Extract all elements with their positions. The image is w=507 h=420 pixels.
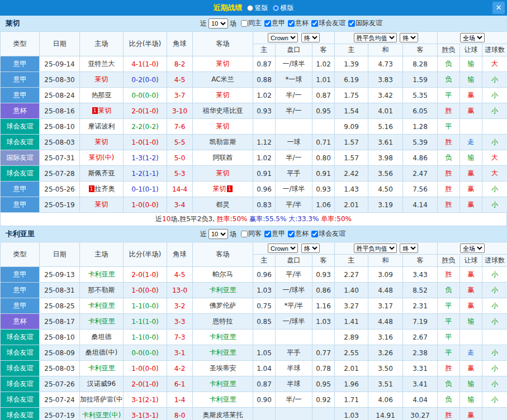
wdl-time-select[interactable]: 终 — [400, 244, 418, 253]
odds-home: 1.41 — [335, 314, 368, 330]
match-type-badge: 意杯 — [1, 103, 40, 119]
result-wdl: 负 — [438, 283, 460, 298]
filter-checkbox[interactable]: 球会友谊 — [311, 229, 345, 238]
scope-select[interactable]: 全场 — [460, 244, 485, 253]
vertical-layout-option[interactable]: 竖版 — [247, 3, 268, 13]
away-team: 凯勒雷斯 — [193, 135, 253, 150]
odds-time-select[interactable]: 终 — [301, 244, 320, 253]
section-header: 莱切 近 10 场 同主意甲意杯球会友谊国际友谊 — [0, 16, 507, 31]
result-goals: 大 — [482, 166, 507, 182]
odds-away: 2.47 — [403, 166, 438, 182]
col-odds-home: 主 — [335, 44, 368, 56]
odds-home: 2.55 — [335, 345, 368, 361]
handicap-line: 半/一 — [276, 392, 312, 408]
corner-score: 3-1 — [167, 345, 193, 361]
filter-checkbox-input[interactable] — [311, 231, 318, 237]
odds-company-select[interactable]: Crown — [268, 33, 298, 42]
col-handicap-away: 客 — [312, 255, 335, 267]
filter-checkbox-input[interactable] — [241, 231, 248, 237]
result-goals: 小 — [482, 361, 507, 376]
odds-home: 2.27 — [335, 267, 368, 283]
odds-away: 5.39 — [403, 135, 438, 150]
odds-time-select[interactable]: 终 — [301, 33, 320, 42]
filter-checkbox[interactable]: 同主 — [241, 18, 262, 28]
home-team: 卡利亚里 — [80, 298, 124, 314]
topbar: 近期战绩 竖版 横版 ✕ — [0, 0, 507, 16]
filter-checkbox[interactable]: 国际友谊 — [348, 18, 382, 28]
handicap-home-odds: 1.05 — [253, 345, 276, 361]
wdl-time-select[interactable]: 终 — [400, 33, 418, 42]
handicap-line: 平手 — [276, 345, 312, 361]
match-row: 意甲25-08-24热那亚0-0(0-0)3-7莱切1.02半/一0.871.7… — [1, 88, 507, 103]
corner-score: 7-3 — [167, 330, 193, 345]
filter-checkbox[interactable]: 意杯 — [288, 229, 309, 238]
handicap-home-odds — [253, 119, 276, 135]
col-handicap-home: 主 — [253, 44, 276, 56]
filter-checkbox-input[interactable] — [241, 20, 248, 27]
filter-checkbox-label: 意杯 — [295, 229, 309, 238]
match-count-select[interactable]: 10 — [209, 18, 228, 28]
handicap-line: 半球 — [276, 361, 312, 376]
result-wdl: 胜 — [438, 135, 460, 150]
filter-checkbox[interactable]: 意甲 — [264, 229, 285, 238]
odds-draw: 3.61 — [368, 135, 403, 150]
filter-checkbox[interactable]: 意甲 — [264, 18, 285, 28]
corner-score: 1-4 — [167, 392, 193, 408]
home-team: 卡利亚里(中) — [80, 408, 124, 420]
filter-checkbox-input[interactable] — [264, 20, 271, 27]
result-wdl: 负 — [438, 72, 460, 88]
match-date: 25-08-16 — [40, 103, 80, 119]
filter-checkbox[interactable]: 球会友谊 — [311, 18, 345, 28]
vertical-radio-input[interactable] — [247, 5, 253, 11]
result-handicap: 赢 — [460, 361, 482, 376]
filter-checkbox-label: 国际友谊 — [356, 18, 382, 28]
wdl-avg-select[interactable]: 胜平负均值 — [354, 33, 397, 42]
team-name: 莱切 — [6, 18, 20, 28]
result-wdl: 胜 — [438, 166, 460, 182]
close-icon[interactable]: ✕ — [492, 2, 505, 14]
horizontal-layout-option[interactable]: 横版 — [273, 3, 294, 13]
odds-away: 3.41 — [403, 376, 438, 392]
odds-draw: 4.48 — [368, 283, 403, 298]
handicap-away-odds: 0.86 — [312, 283, 335, 298]
home-team: 莱切(中) — [80, 150, 124, 166]
col-away: 客场 — [193, 242, 253, 267]
match-date: 25-08-25 — [40, 298, 80, 314]
away-team: 奥斯皮塔莱托 — [193, 408, 253, 420]
match-row: 球会友谊25-07-28斯佩齐亚1-2(1-1)5-3莱切0.91平手0.912… — [1, 166, 507, 182]
scope-select[interactable]: 全场 — [460, 33, 485, 42]
handicap-home-odds: 0.83 — [253, 197, 276, 213]
corner-score: 5-5 — [167, 135, 193, 150]
col-date: 日期 — [40, 242, 80, 267]
filter-checkbox-input[interactable] — [288, 231, 295, 237]
match-count-select[interactable]: 10 — [209, 229, 228, 239]
match-date: 25-08-10 — [40, 330, 80, 345]
result-goals: 小 — [482, 267, 507, 283]
filter-checkbox[interactable]: 同客 — [241, 229, 262, 238]
odds-away: 2.38 — [403, 345, 438, 361]
match-score: 0-0(0-0) — [124, 88, 167, 103]
col-wdl: 胜负 — [438, 255, 460, 267]
home-team: 卡利亚里 — [80, 267, 124, 283]
match-score: 1-1(1-0) — [124, 314, 167, 330]
filter-checkbox-label: 球会友谊 — [319, 229, 345, 238]
filter-checkbox-input[interactable] — [288, 20, 295, 27]
odds-draw: 3.98 — [368, 150, 403, 166]
summary-segment: 大:33.3% — [288, 215, 321, 223]
result-wdl: 胜 — [438, 103, 460, 119]
filter-checkbox[interactable]: 意杯 — [288, 18, 309, 28]
filter-checkbox-input[interactable] — [348, 20, 355, 27]
filter-checkbox-input[interactable] — [264, 231, 271, 237]
wdl-avg-select[interactable]: 胜平负均值 — [354, 244, 397, 253]
col-odds-away: 客 — [403, 44, 438, 56]
handicap-line: 一球 — [276, 135, 312, 150]
filter-checkbox-input[interactable] — [311, 20, 318, 27]
odds-home: 1.39 — [335, 56, 368, 72]
horizontal-radio-input[interactable] — [273, 5, 279, 11]
handicap-away-odds: 1.03 — [312, 314, 335, 330]
away-team: AC米兰 — [193, 72, 253, 88]
col-handicap-away: 客 — [312, 44, 335, 56]
odds-company-select[interactable]: Crown — [268, 244, 298, 253]
match-date: 25-05-19 — [40, 197, 80, 213]
handicap-home-odds: 0.96 — [253, 267, 276, 283]
